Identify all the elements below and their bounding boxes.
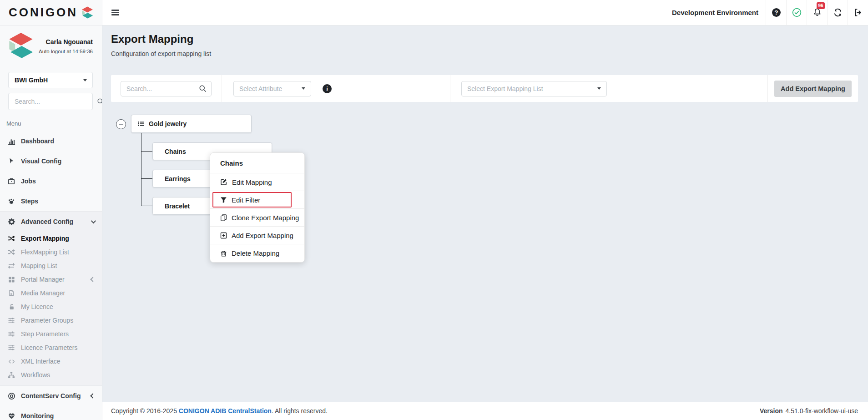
user-name: Carla Ngouanat xyxy=(34,38,93,46)
plus-square-icon xyxy=(220,232,227,239)
context-menu-item-label: Edit Filter xyxy=(232,196,260,204)
context-menu-item-edit-mapping[interactable]: Edit Mapping xyxy=(210,173,304,191)
minus-icon xyxy=(119,124,123,125)
sidebar-item-advanced-config[interactable]: Advanced Config xyxy=(0,212,102,232)
sidebar-item-parameter-groups[interactable]: Parameter Groups xyxy=(0,314,102,327)
toolbar-search-input[interactable] xyxy=(126,85,199,92)
tree-node-label: Chains xyxy=(165,148,186,155)
briefcase-icon xyxy=(6,177,16,185)
context-menu-item-clone-export-mapping[interactable]: Clone Export Mapping xyxy=(210,209,304,227)
tree-connector xyxy=(141,133,141,206)
sidebar-item-label: Mapping List xyxy=(21,262,57,269)
help-icon: ? xyxy=(772,8,781,17)
sidebar-item-export-mapping[interactable]: Export Mapping xyxy=(0,232,102,245)
bell-icon xyxy=(812,8,822,17)
clone-icon xyxy=(220,214,227,221)
info-icon[interactable]: i xyxy=(323,84,332,93)
user-block: Carla Ngouanat Auto logout at 14:59:36 xyxy=(8,33,93,59)
sidebar-item-label: Jobs xyxy=(21,177,36,185)
context-menu-item-delete-mapping[interactable]: Delete Mapping xyxy=(210,244,304,262)
logout-button[interactable] xyxy=(848,0,868,25)
avatar xyxy=(8,33,34,59)
sidebar-item-my-licence[interactable]: My Licence xyxy=(0,300,102,314)
hamburger-icon xyxy=(111,9,119,17)
toolbar-search xyxy=(121,81,212,96)
add-export-mapping-button[interactable]: Add Export Mapping xyxy=(774,81,852,97)
sidebar-search-input[interactable] xyxy=(15,98,97,105)
gear-icon xyxy=(6,218,16,226)
search-icon xyxy=(199,85,207,92)
notification-badge: 96 xyxy=(817,2,825,9)
sidebar-item-label: ContentServ Config xyxy=(21,392,81,400)
filter-icon xyxy=(220,197,227,203)
bar-chart-icon xyxy=(6,137,16,145)
toolbar: Select Attribute i Select Export Mapping… xyxy=(111,75,858,102)
advanced-config-section: Advanced Config Export Mapping FlexMappi… xyxy=(0,211,102,386)
copyright-suffix: . All rights reserved. xyxy=(272,407,328,415)
environment-label: Development Environment xyxy=(672,0,766,25)
sidebar-item-contentserv-config[interactable]: ContentServ Config xyxy=(0,386,102,406)
company-selector[interactable]: BWI GmbH xyxy=(8,72,93,88)
sidebar-item-step-parameters[interactable]: Step Parameters xyxy=(0,327,102,341)
chevron-down-icon xyxy=(597,87,601,90)
sidebar-item-monitoring[interactable]: Monitoring xyxy=(0,406,102,420)
sidebar-item-label: My Licence xyxy=(21,303,53,310)
trash-icon xyxy=(220,250,227,257)
context-menu-item-edit-filter[interactable]: Edit Filter xyxy=(210,191,304,209)
help-button[interactable]: ? xyxy=(766,0,786,25)
sidebar-item-label: Steps xyxy=(21,197,38,205)
context-menu-title: Chains xyxy=(210,153,304,173)
sidebar-item-portal-manager[interactable]: Portal Manager xyxy=(0,273,102,286)
tree-node-root[interactable]: Gold jewelry xyxy=(131,115,252,133)
sidebar-item-licence-parameters[interactable]: Licence Parameters xyxy=(0,341,102,354)
sidebar-item-label: FlexMapping List xyxy=(21,248,69,256)
sidebar-item-dashboard[interactable]: Dashboard xyxy=(0,131,102,151)
sidebar-toggle-button[interactable] xyxy=(102,0,128,25)
refresh-icon xyxy=(833,8,843,17)
sidebar-item-media-manager[interactable]: Media Manager xyxy=(0,286,102,300)
sidebar-item-jobs[interactable]: Jobs xyxy=(0,171,102,191)
attribute-select-placeholder: Select Attribute xyxy=(239,85,302,92)
notifications-button[interactable]: 96 xyxy=(807,0,827,25)
tree-collapse-button[interactable] xyxy=(116,119,126,129)
sidebar-item-label: Workflows xyxy=(21,371,50,379)
page-subtitle: Configuration of export mapping list xyxy=(111,50,211,57)
attribute-select[interactable]: Select Attribute xyxy=(233,81,311,96)
logo: CONIGON xyxy=(0,0,102,25)
copyright-text: Copyright © 2016-2025 CONIGON ADIB Centr… xyxy=(111,407,328,415)
sidebar-item-steps[interactable]: Steps xyxy=(0,191,102,211)
sidebar-item-label: Portal Manager xyxy=(21,276,65,283)
footer-link[interactable]: CONIGON ADIB CentralStation xyxy=(179,407,272,415)
sidebar: Carla Ngouanat Auto logout at 14:59:36 B… xyxy=(0,25,102,420)
sidebar-item-label: Advanced Config xyxy=(21,218,73,225)
menu-section-label: Menu xyxy=(6,120,102,127)
sidebar-item-workflows[interactable]: Workflows xyxy=(0,368,102,382)
sidebar-item-xml-interface[interactable]: XML Interface xyxy=(0,354,102,368)
logo-text: CONIGON xyxy=(9,5,78,20)
chevron-left-icon xyxy=(90,393,95,398)
sidebar-item-label: Dashboard xyxy=(21,137,54,145)
sidebar-item-label: Export Mapping xyxy=(21,235,69,242)
chevron-down-icon xyxy=(91,218,96,223)
status-button[interactable] xyxy=(786,0,807,25)
sidebar-item-label: Licence Parameters xyxy=(21,344,78,351)
sidebar-item-visual-config[interactable]: Visual Config xyxy=(0,151,102,171)
shuffle-icon xyxy=(6,248,16,256)
copyright-prefix: Copyright © 2016-2025 xyxy=(111,407,177,415)
auto-logout-text: Auto logout at 14:59:36 xyxy=(34,49,93,54)
cursor-icon xyxy=(6,157,16,165)
tree-node-label: Earrings xyxy=(165,175,191,182)
shuffle-icon xyxy=(6,235,16,242)
context-menu-item-add-export-mapping[interactable]: Add Export Mapping xyxy=(210,227,304,244)
tree-connector xyxy=(141,178,152,179)
export-mapping-list-select[interactable]: Select Export Mapping List xyxy=(461,81,607,96)
refresh-button[interactable] xyxy=(827,0,848,25)
sidebar-item-flexmapping-list[interactable]: FlexMapping List xyxy=(0,245,102,259)
logout-icon xyxy=(853,8,863,17)
sidebar-item-mapping-list[interactable]: Mapping List xyxy=(0,259,102,273)
sidebar-item-label: Visual Config xyxy=(21,157,61,165)
context-menu-item-label: Clone Export Mapping xyxy=(232,214,299,222)
chevron-left-icon xyxy=(90,277,95,282)
status-check-icon xyxy=(792,8,802,17)
export-mapping-list-placeholder: Select Export Mapping List xyxy=(467,85,597,92)
